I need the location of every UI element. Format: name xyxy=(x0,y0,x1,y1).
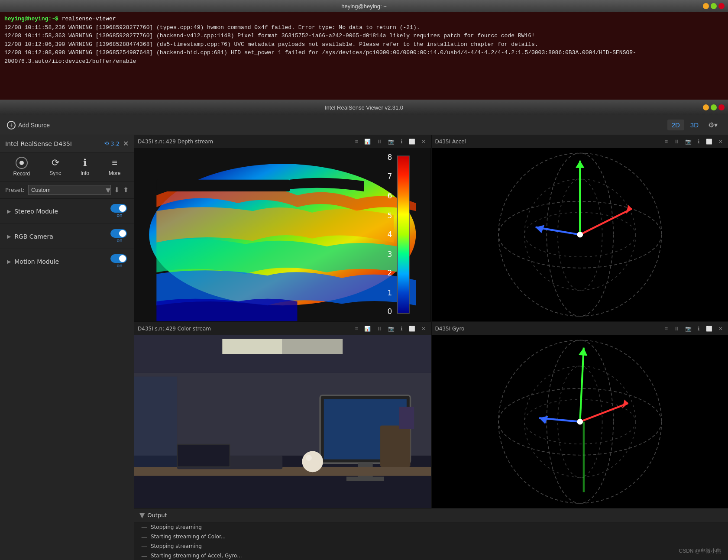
accel-stream-panel: D435I Accel ≡ ⏸ 📷 ℹ ⬜ ✕ xyxy=(432,135,728,321)
motion-module-toggle-label: on xyxy=(116,263,123,269)
depth-stream-menu-button[interactable]: ≡ xyxy=(353,138,359,146)
more-button[interactable]: ≡ More xyxy=(109,157,120,176)
preset-upload-button[interactable]: ⬆ xyxy=(123,186,129,194)
motion-module-toggle[interactable] xyxy=(110,254,127,263)
rgb-camera-toggle[interactable] xyxy=(110,229,127,238)
terminal-close-button[interactable] xyxy=(718,3,725,9)
accel-stream-screenshot-button[interactable]: 📷 xyxy=(683,138,693,146)
record-button[interactable]: Record xyxy=(13,157,30,177)
gyro-stream-menu-button[interactable]: ≡ xyxy=(663,325,670,333)
gyro-viz xyxy=(432,335,728,508)
color-stream-close-button[interactable]: ✕ xyxy=(420,325,427,333)
terminal-maximize-button[interactable] xyxy=(711,3,717,9)
svg-rect-41 xyxy=(380,425,410,467)
terminal-minimize-button[interactable] xyxy=(703,3,709,9)
depth-stream-screenshot-button[interactable]: 📷 xyxy=(386,138,396,146)
record-label: Record xyxy=(13,171,30,177)
svg-point-26 xyxy=(577,232,583,238)
3d-view-button[interactable]: 3D xyxy=(686,120,703,130)
rgb-camera-arrow: ▶ xyxy=(7,233,11,240)
terminal-line-3: 12/08 10:12:06,390 WARNING [139685288474… xyxy=(4,40,724,49)
info-icon: ℹ xyxy=(83,157,87,168)
viewer-minimize-button[interactable] xyxy=(703,104,709,110)
depth-stream-title: D435I s.n:.429 Depth stream xyxy=(138,139,350,145)
stereo-module-toggle-wrapper: on xyxy=(110,204,127,218)
depth-stream-close-button[interactable]: ✕ xyxy=(420,138,427,146)
module-list: ▶ Stereo Module on ▶ RGB Camera on xyxy=(0,199,134,560)
gyro-stream-expand-button[interactable]: ⬜ xyxy=(704,325,714,333)
color-stream-menu-button[interactable]: ≡ xyxy=(353,325,359,333)
add-source-label: Add Source xyxy=(18,122,50,129)
accel-stream-pause-button[interactable]: ⏸ xyxy=(672,138,681,146)
svg-text:2: 2 xyxy=(388,269,392,278)
depth-stream-info-button[interactable]: ℹ xyxy=(399,138,404,146)
gyro-stream-close-button[interactable]: ✕ xyxy=(717,325,725,333)
svg-rect-42 xyxy=(399,407,414,429)
preset-select[interactable]: Custom xyxy=(28,185,111,195)
output-text-1: Stopping streaming xyxy=(151,524,202,530)
gyro-stream-title: D435I Gyro xyxy=(435,326,660,332)
stereo-module-toggle-label: on xyxy=(116,213,123,218)
close-device-button[interactable]: ✕ xyxy=(123,139,129,148)
accel-stream-title: D435I Accel xyxy=(435,139,660,145)
accel-stream-info-button[interactable]: ℹ xyxy=(696,138,702,146)
info-label: Info xyxy=(81,170,89,176)
color-stream-info-button[interactable]: ℹ xyxy=(399,325,404,333)
svg-text:0: 0 xyxy=(388,307,392,316)
depth-stream-panel: D435I s.n:.429 Depth stream ≡ 📊 ⏸ 📷 ℹ ⬜ … xyxy=(134,135,431,321)
output-dash-4: — xyxy=(141,552,147,559)
stereo-module-toggle[interactable] xyxy=(110,204,127,213)
terminal-command: realsense-viewer xyxy=(58,16,116,22)
svg-rect-3 xyxy=(397,156,409,313)
settings-button[interactable]: ⚙▾ xyxy=(705,119,721,131)
stereo-module-item[interactable]: ▶ Stereo Module on xyxy=(0,199,134,224)
depth-stream-viz: 8 7 6 5 4 3 2 1 0 xyxy=(134,148,431,321)
rgb-camera-item[interactable]: ▶ RGB Camera on xyxy=(0,224,134,249)
sync-label: Sync xyxy=(49,170,61,176)
viewer-window-controls[interactable] xyxy=(703,104,725,110)
stereo-module-name: Stereo Module xyxy=(14,208,110,215)
gyro-stream-content xyxy=(432,335,728,508)
2d-view-button[interactable]: 2D xyxy=(667,120,684,130)
accel-stream-close-button[interactable]: ✕ xyxy=(717,138,725,146)
svg-point-58 xyxy=(577,418,583,424)
depth-stream-chart-button[interactable]: 📊 xyxy=(362,138,372,146)
depth-stream-expand-button[interactable]: ⬜ xyxy=(407,138,417,146)
gyro-stream-info-button[interactable]: ℹ xyxy=(696,325,702,333)
terminal-window-controls[interactable] xyxy=(703,3,725,9)
output-line-4: — Starting streaming of Accel, Gyro... xyxy=(134,551,728,560)
terminal-prompt-line: heying@heying:~$ realsense-viewer xyxy=(4,15,724,23)
terminal-prompt: heying@heying:~$ xyxy=(4,16,58,22)
accel-stream-content xyxy=(432,148,728,321)
svg-rect-2 xyxy=(156,180,290,191)
svg-text:7: 7 xyxy=(388,172,392,181)
output-collapse-arrow[interactable]: ▼ xyxy=(139,511,145,519)
svg-text:6: 6 xyxy=(388,191,392,201)
info-button[interactable]: ℹ Info xyxy=(81,157,89,176)
viewer-maximize-button[interactable] xyxy=(711,104,717,110)
depth-stream-pause-button[interactable]: ⏸ xyxy=(375,138,384,146)
gyro-stream-pause-button[interactable]: ⏸ xyxy=(672,325,681,333)
streams-grid: D435I s.n:.429 Depth stream ≡ 📊 ⏸ 📷 ℹ ⬜ … xyxy=(134,135,728,508)
add-source-button[interactable]: + Add Source xyxy=(7,121,50,129)
color-stream-pause-button[interactable]: ⏸ xyxy=(375,325,384,333)
viewer-titlebar: Intel RealSense Viewer v2.31.0 xyxy=(0,100,728,115)
accel-stream-menu-button[interactable]: ≡ xyxy=(663,138,670,146)
color-stream-content xyxy=(134,335,431,508)
sync-button[interactable]: ⟳ Sync xyxy=(49,157,61,176)
color-stream-chart-button[interactable]: 📊 xyxy=(362,325,372,333)
accel-stream-expand-button[interactable]: ⬜ xyxy=(704,138,714,146)
accel-viz xyxy=(432,148,728,321)
viewer-close-button[interactable] xyxy=(718,104,725,110)
color-stream-screenshot-button[interactable]: 📷 xyxy=(386,325,396,333)
color-stream-expand-button[interactable]: ⬜ xyxy=(407,325,417,333)
preset-download-button[interactable]: ⬇ xyxy=(114,186,120,194)
gyro-stream-screenshot-button[interactable]: 📷 xyxy=(683,325,693,333)
svg-rect-36 xyxy=(346,476,384,481)
depth-stream-header: D435I s.n:.429 Depth stream ≡ 📊 ⏸ 📷 ℹ ⬜ … xyxy=(134,135,431,148)
output-dash-3: — xyxy=(141,543,147,550)
device-header: Intel RealSense D435I ⟲ 3.2 ✕ xyxy=(0,135,134,152)
device-name: Intel RealSense D435I xyxy=(5,140,104,147)
motion-module-item[interactable]: ▶ Motion Module on xyxy=(0,249,134,274)
sync-icon: ⟳ xyxy=(52,157,59,168)
